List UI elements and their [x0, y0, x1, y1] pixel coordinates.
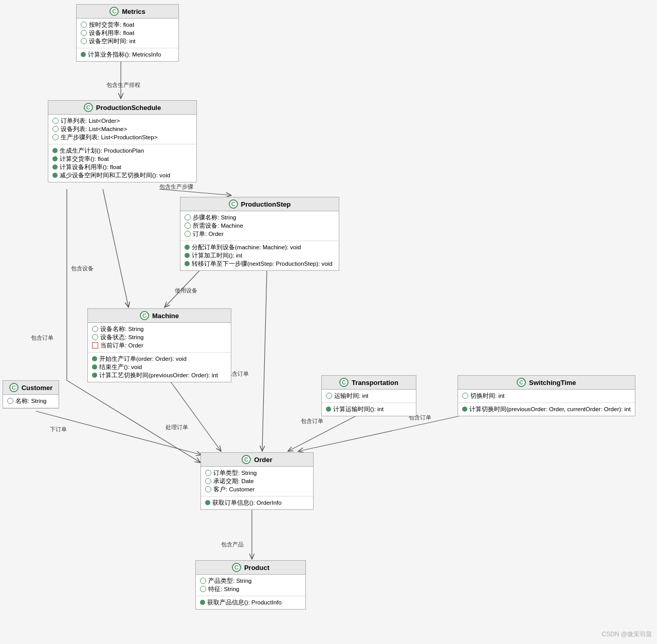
switching-attrs: 切换时间: int — [458, 390, 635, 403]
switching-methods: 计算切换时间(previousOrder: Order, currentOrde… — [458, 403, 635, 416]
attr-icon — [92, 326, 98, 332]
class-customer: C Customer 名称: String — [3, 380, 59, 409]
method-icon — [52, 156, 58, 161]
method-text: 开始生产订单(order: Order): void — [99, 355, 187, 363]
class-production-step: C ProductionStep 步骤名称: String 所需设备: Mach… — [180, 197, 339, 271]
attr-icon — [52, 118, 59, 124]
attr-icon — [185, 214, 191, 220]
attr-icon — [326, 393, 332, 399]
method-text: 计算切换时间(previousOrder: Order, currentOrde… — [469, 406, 631, 413]
machine-attrs: 设备名称: String 设备状态: String 当前订单: Order — [88, 323, 231, 353]
attr-text: 承诺交期: Date — [213, 477, 254, 485]
attr-icon — [205, 478, 211, 484]
attr-text: 特征: String — [208, 585, 239, 593]
pstep-attrs: 步骤名称: String 所需设备: Machine 订单: Order — [180, 211, 339, 241]
method-icon — [200, 600, 205, 605]
attr-icon — [92, 334, 98, 340]
method-icon — [52, 148, 58, 153]
method-icon — [52, 173, 58, 178]
method-icon — [92, 373, 97, 378]
product-title: Product — [244, 564, 269, 572]
metrics-methods: 计算业务指标(): MetricsInfo — [77, 48, 178, 61]
pstep-c-badge: C — [229, 199, 238, 209]
attr-text: 切换时间: int — [470, 392, 505, 400]
trans-c-badge: C — [339, 378, 349, 387]
attr-text: 运输时间: int — [334, 392, 369, 400]
attr-text: 客户: Customer — [213, 486, 254, 493]
method-text: 生成生产计划(): ProductionPlan — [60, 147, 144, 155]
method-text: 计算运输时间(): int — [333, 406, 384, 413]
machine-attr-1: 设备名称: String — [92, 325, 227, 333]
machine-methods: 开始生产订单(order: Order): void 结束生产(): void … — [88, 353, 231, 382]
ps-attr-2: 设备列表: List<Machine> — [52, 125, 192, 133]
attr-text: 设备列表: List<Machine> — [61, 125, 127, 133]
machine-attr-2: 设备状态: String — [92, 334, 227, 341]
method-text: 获取产品信息(): ProductInfo — [207, 599, 282, 606]
attr-text: 按时交货率: float — [89, 21, 134, 29]
order-attr-2: 承诺交期: Date — [205, 477, 309, 485]
label-transportation-orders: 包含订单 — [301, 417, 323, 425]
trans-attrs: 运输时间: int — [322, 390, 416, 403]
pstep-method-2: 计算加工时间(): int — [185, 252, 335, 260]
attr-text: 步骤名称: String — [193, 214, 236, 222]
attr-text: 设备状态: String — [100, 334, 143, 341]
attr-icon — [200, 586, 206, 592]
class-machine: C Machine 设备名称: String 设备状态: String 当前订单… — [87, 308, 231, 382]
product-attrs: 产品类型: String 特征: String — [196, 575, 305, 596]
class-production-schedule: C ProductionSchedule 订单列表: List<Order> 设… — [48, 100, 197, 182]
metrics-attrs: 按时交货率: float 设备利用率: float 设备空闲时间: int — [77, 19, 178, 48]
attr-text: 所需设备: Machine — [193, 222, 243, 230]
attr-icon — [92, 342, 98, 348]
label-uses-machines: 使用设备 — [175, 287, 197, 295]
method-text: 计算设备利用率(): float — [60, 163, 121, 171]
attr-icon — [205, 486, 211, 492]
attr-icon — [185, 231, 191, 237]
machine-method-2: 结束生产(): void — [92, 363, 227, 371]
product-attr-2: 特征: String — [200, 585, 301, 593]
customer-c-badge: C — [9, 383, 19, 392]
order-attr-1: 订单类型: String — [205, 469, 309, 477]
method-text: 获取订单信息(): OrderInfo — [212, 499, 282, 507]
production-step-header: C ProductionStep — [180, 197, 339, 211]
method-icon — [326, 407, 331, 412]
transportation-header: C Transportation — [322, 376, 416, 390]
method-icon — [185, 253, 190, 258]
method-text: 减少设备空闲时间和工艺切换时间(): void — [60, 172, 170, 179]
attr-icon — [81, 38, 87, 44]
attr-text: 产品类型: String — [208, 577, 251, 585]
trans-method-1: 计算运输时间(): int — [326, 406, 412, 413]
metrics-method-1: 计算业务指标(): MetricsInfo — [81, 51, 174, 59]
class-transportation: C Transportation 运输时间: int 计算运输时间(): int — [321, 375, 416, 416]
attr-icon — [81, 22, 87, 28]
attr-icon — [52, 126, 59, 132]
ps-method-4: 减少设备空闲时间和工艺切换时间(): void — [52, 172, 192, 179]
attr-text: 生产步骤列表: List<ProductionStep> — [61, 134, 157, 141]
label-includes-schedule: 包含生产排程 — [106, 81, 140, 89]
method-text: 结束生产(): void — [99, 363, 142, 371]
ps-method-1: 生成生产计划(): ProductionPlan — [52, 147, 192, 155]
ps-c-badge: C — [84, 103, 93, 112]
ps-methods: 生成生产计划(): ProductionPlan 计算交货率(): float … — [48, 144, 196, 182]
metrics-c-badge: C — [110, 7, 119, 16]
product-c-badge: C — [232, 563, 241, 572]
machine-header: C Machine — [88, 309, 231, 323]
machine-method-3: 计算工艺切换时间(previousOrder: Order): int — [92, 372, 227, 379]
ps-attr-1: 订单列表: List<Order> — [52, 117, 192, 125]
metrics-attr-1: 按时交货率: float — [81, 21, 174, 29]
pstep-method-3: 转移订单至下一步骤(nextStep: ProductionStep): voi… — [185, 260, 335, 268]
method-icon — [81, 52, 86, 57]
metrics-attr-3: 设备空闲时间: int — [81, 38, 174, 45]
class-order: C Order 订单类型: String 承诺交期: Date 客户: Cust… — [200, 452, 314, 510]
ps-method-2: 计算交货率(): float — [52, 155, 192, 163]
order-methods: 获取订单信息(): OrderInfo — [201, 496, 313, 509]
ps-title: ProductionSchedule — [96, 104, 161, 112]
metrics-header: C Metrics — [77, 5, 178, 19]
product-attr-1: 产品类型: String — [200, 577, 301, 585]
ps-attr-3: 生产步骤列表: List<ProductionStep> — [52, 134, 192, 141]
method-text: 计算业务指标(): MetricsInfo — [88, 51, 161, 59]
switching-title: SwitchingTime — [529, 379, 576, 387]
order-title: Order — [254, 456, 272, 464]
attr-text: 订单类型: String — [213, 469, 257, 477]
attr-icon — [200, 578, 206, 584]
attr-text: 当前订单: Order — [100, 342, 143, 349]
